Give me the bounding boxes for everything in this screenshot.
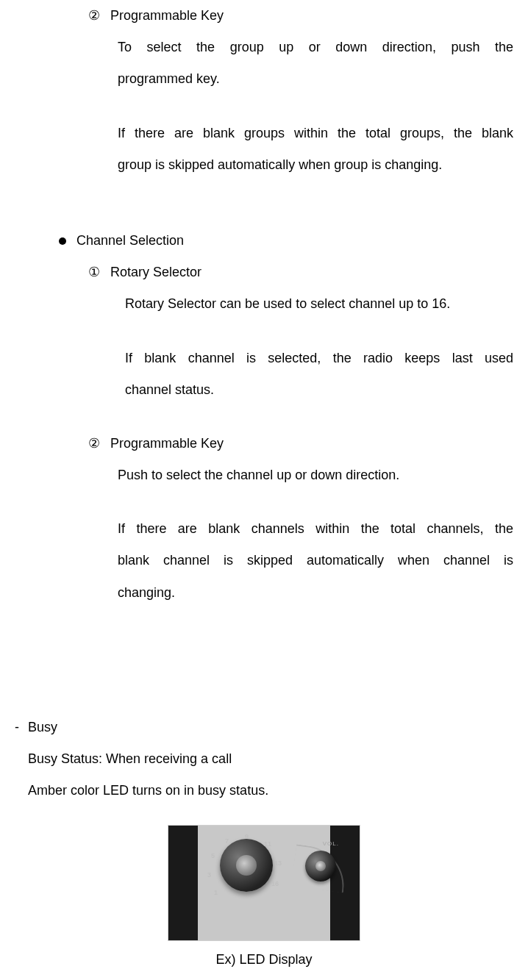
tick-label: 11 <box>264 840 271 848</box>
document-page: ②Programmable Key To select the group up… <box>0 0 528 980</box>
body-text: Busy Status: When receiving a call <box>28 743 513 775</box>
heading-text: Programmable Key <box>110 8 224 23</box>
heading-text: Rotary Selector <box>110 265 201 279</box>
body-text: To select the group up or down direction… <box>118 32 513 63</box>
body-text: If there are blank channels within the t… <box>118 513 513 545</box>
heading-text: Programmable Key <box>110 436 224 451</box>
spacer <box>15 321 513 343</box>
channel-programmable-key-heading: ②Programmable Key <box>88 428 513 459</box>
device-illustration: 1 3 5 7 9 11 13 16 VOL. <box>168 826 360 940</box>
heading-text: Busy <box>28 720 57 734</box>
figure-caption: Ex) LED Display <box>168 948 360 971</box>
group-programmable-key-heading: ②Programmable Key <box>88 0 513 32</box>
tick-label: 1 <box>214 889 218 896</box>
body-text: Rotary Selector can be used to select ch… <box>125 288 513 320</box>
tick-label: 7 <box>225 837 229 845</box>
tick-label: 16 <box>271 880 279 887</box>
spacer <box>15 96 513 118</box>
tick-label: 5 <box>211 852 215 859</box>
bullet-icon <box>59 237 66 245</box>
circled-number-2: ② <box>88 436 100 451</box>
tick-label: 3 <box>207 871 211 879</box>
tick-label: 9 <box>245 833 249 840</box>
circled-number-2: ② <box>88 8 100 23</box>
tick-label: 13 <box>274 859 282 867</box>
vol-label: VOL. <box>323 840 339 847</box>
rotary-selector-heading: ①Rotary Selector <box>88 257 513 288</box>
body-text: channel status. <box>125 374 513 406</box>
dash-icon: - <box>15 720 19 734</box>
spacer <box>15 406 513 428</box>
body-text: programmed key. <box>118 63 513 95</box>
busy-heading: -Busy <box>15 712 513 743</box>
heading-text: Channel Selection <box>76 233 184 248</box>
circled-number-1: ① <box>88 265 100 279</box>
spacer <box>15 609 513 712</box>
body-text: changing. <box>118 577 513 609</box>
body-text: If blank channel is selected, the radio … <box>125 343 513 374</box>
spacer <box>15 491 513 513</box>
body-text: blank channel is skipped automatically w… <box>118 545 513 576</box>
led-display-figure: 1 3 5 7 9 11 13 16 VOL. Ex) LED Display <box>168 826 360 971</box>
spacer <box>15 181 513 225</box>
body-text: Push to select the channel up or down di… <box>118 459 513 491</box>
body-text: If there are blank groups within the tot… <box>118 118 513 149</box>
body-text: group is skipped automatically when grou… <box>118 149 513 181</box>
body-text: Amber color LED turns on in busy status. <box>28 775 513 806</box>
channel-selection-heading: Channel Selection <box>59 225 513 257</box>
